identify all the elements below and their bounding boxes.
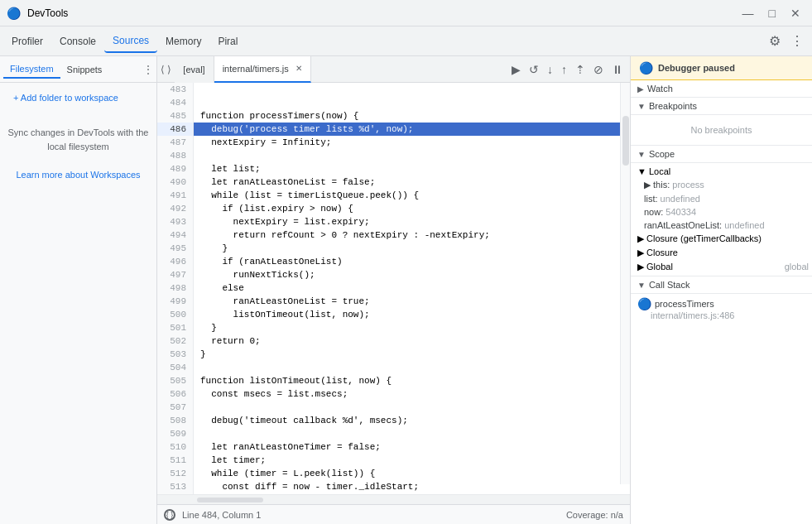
tab-snippets[interactable]: Snippets bbox=[60, 61, 109, 78]
line-number-514: 514 bbox=[157, 493, 193, 494]
code-line-511: let timer; bbox=[194, 454, 630, 467]
scope-section-header[interactable]: ▼ Scope bbox=[631, 146, 812, 163]
left-tab-menu-icon[interactable]: ⋮ bbox=[143, 64, 153, 75]
learn-more-link[interactable]: Learn more about Workspaces bbox=[0, 166, 156, 183]
code-line-496: if (ranAtLeastOneList) bbox=[194, 255, 630, 268]
tab-timers[interactable]: internal/timers.js ✕ bbox=[214, 56, 311, 83]
code-line-494: return refCount > 0 ? nextExpiry : -next… bbox=[194, 228, 630, 242]
line-number-490: 490 bbox=[157, 175, 193, 189]
line-number-492: 492 bbox=[157, 202, 193, 215]
code-line-505: function listOnTimeout(list, now) { bbox=[194, 374, 630, 387]
local-scope-header[interactable]: ▼ Local bbox=[631, 165, 812, 178]
call-stack-dot-icon: 🔵 bbox=[637, 297, 651, 310]
horizontal-scrollbar[interactable] bbox=[157, 494, 630, 504]
step-button[interactable]: ⇡ bbox=[572, 60, 589, 79]
step-over-button[interactable]: ↺ bbox=[526, 60, 542, 79]
line-number-501: 501 bbox=[157, 321, 193, 334]
line-number-491: 491 bbox=[157, 189, 193, 202]
menu-item-console[interactable]: Console bbox=[51, 31, 104, 52]
scrollbar-thumb[interactable] bbox=[622, 116, 629, 166]
code-line-501: } bbox=[194, 321, 630, 334]
deactivate-breakpoints-button[interactable]: ⊘ bbox=[590, 60, 607, 79]
tab-eval[interactable]: [eval] bbox=[175, 56, 214, 83]
menu-bar: Profiler Console Sources Memory Piral ⚙ … bbox=[0, 26, 812, 56]
local-arrow-icon: ▼ bbox=[637, 166, 649, 176]
tab-eval-label: [eval] bbox=[183, 65, 204, 75]
code-line-490: let ranAtLeastOneList = false; bbox=[194, 175, 630, 189]
editor-toolbar: ▶ ↺ ↓ ↑ ⇡ ⊘ ⏸ bbox=[508, 60, 627, 79]
line-number-488: 488 bbox=[157, 149, 193, 162]
call-stack-arrow-icon: ▼ bbox=[637, 281, 646, 290]
scope-label: Scope bbox=[649, 149, 675, 159]
code-line-483 bbox=[194, 83, 630, 96]
menu-item-sources[interactable]: Sources bbox=[104, 30, 157, 53]
line-number-505: 505 bbox=[157, 374, 193, 387]
line-number-507: 507 bbox=[157, 401, 193, 414]
debugger-paused-label: Debugger paused bbox=[658, 63, 735, 73]
code-editor: 4834844854864874884894904914924934944954… bbox=[157, 83, 630, 494]
code-line-508: debug('timeout callback %d', msecs); bbox=[194, 414, 630, 427]
menu-item-profiler[interactable]: Profiler bbox=[3, 31, 51, 52]
code-line-506: const msecs = list.msecs; bbox=[194, 387, 630, 401]
code-line-502: return 0; bbox=[194, 334, 630, 348]
close-button[interactable]: ✕ bbox=[786, 5, 805, 22]
line-number-513: 513 bbox=[157, 480, 193, 493]
line-number-508: 508 bbox=[157, 414, 193, 427]
menu-item-piral[interactable]: Piral bbox=[209, 31, 246, 52]
code-line-514 bbox=[194, 493, 630, 494]
pause-on-exception-button[interactable]: ⏸ bbox=[608, 60, 627, 79]
tab-timers-label: internal/timers.js bbox=[223, 64, 289, 74]
call-stack-fn-name: processTimers bbox=[655, 299, 714, 309]
code-line-493: nextExpiry = list.expiry; bbox=[194, 215, 630, 228]
line-number-503: 503 bbox=[157, 348, 193, 361]
line-number-489: 489 bbox=[157, 162, 193, 175]
line-number-500: 500 bbox=[157, 308, 193, 321]
global-arrow-icon: ▶ bbox=[637, 262, 646, 272]
closure-gettimer-header[interactable]: ▶ Closure (getTimerCallbacks) bbox=[631, 232, 812, 246]
code-line-487: nextExpiry = Infinity; bbox=[194, 136, 630, 149]
code-line-509 bbox=[194, 427, 630, 440]
global-scope-header[interactable]: ▶ Global global bbox=[631, 260, 812, 274]
breakpoints-arrow-icon: ▼ bbox=[637, 102, 646, 111]
tab-close-icon[interactable]: ✕ bbox=[295, 64, 302, 73]
line-number-497: 497 bbox=[157, 268, 193, 281]
call-stack-location: internal/timers.js:486 bbox=[637, 310, 805, 320]
step-out-button[interactable]: ↑ bbox=[558, 60, 570, 79]
code-line-491: while (list = timerListQueue.peek()) { bbox=[194, 189, 630, 202]
resume-button[interactable]: ▶ bbox=[508, 60, 524, 79]
code-line-504 bbox=[194, 361, 630, 374]
line-number-485: 485 bbox=[157, 109, 193, 123]
code-content[interactable]: function processTimers(now) { debug('pro… bbox=[194, 83, 630, 494]
line-number-494: 494 bbox=[157, 228, 193, 242]
now-scope-item: now: 540334 bbox=[631, 205, 812, 219]
menu-item-memory[interactable]: Memory bbox=[157, 31, 209, 52]
tab-filesystem[interactable]: Filesystem bbox=[3, 60, 60, 79]
breakpoints-section-header[interactable]: ▼ Breakpoints bbox=[631, 98, 812, 115]
step-into-button[interactable]: ↓ bbox=[544, 60, 556, 79]
title-bar: 🔵 DevTools — □ ✕ bbox=[0, 0, 812, 26]
add-folder-button[interactable]: + Add folder to workspace bbox=[7, 89, 150, 106]
maximize-button[interactable]: □ bbox=[764, 5, 781, 22]
this-scope-item[interactable]: ▶ this: process bbox=[631, 178, 812, 192]
code-line-485: function processTimers(now) { bbox=[194, 109, 630, 123]
closure-header[interactable]: ▶ Closure bbox=[631, 246, 812, 260]
call-stack-section-header[interactable]: ▼ Call Stack bbox=[631, 276, 812, 294]
line-number-512: 512 bbox=[157, 467, 193, 480]
line-number-495: 495 bbox=[157, 242, 193, 255]
left-panel-tabs: Filesystem Snippets ⋮ bbox=[0, 56, 156, 83]
tab-nav-left[interactable]: ⟨ ⟩ bbox=[161, 64, 171, 75]
vertical-scrollbar[interactable] bbox=[620, 83, 630, 484]
watch-section-header[interactable]: ▶ Watch bbox=[631, 80, 812, 98]
scope-content: ▼ Local ▶ this: process list: undefined … bbox=[631, 163, 812, 276]
settings-icon[interactable]: ⚙ bbox=[764, 30, 786, 52]
code-line-513: const diff = now - timer._idleStart; bbox=[194, 480, 630, 493]
breakpoints-label: Breakpoints bbox=[649, 101, 697, 111]
code-line-498: else bbox=[194, 281, 630, 295]
minimize-button[interactable]: — bbox=[738, 5, 759, 22]
more-options-icon[interactable]: ⋮ bbox=[786, 30, 809, 52]
line-number-504: 504 bbox=[157, 361, 193, 374]
closure-gettimer-arrow-icon: ▶ bbox=[637, 233, 646, 243]
call-stack-item-0[interactable]: 🔵 processTimers internal/timers.js:486 bbox=[631, 294, 812, 324]
debugger-paused-banner: 🔵 Debugger paused bbox=[631, 56, 812, 80]
code-line-492: if (list.expiry > now) { bbox=[194, 202, 630, 215]
